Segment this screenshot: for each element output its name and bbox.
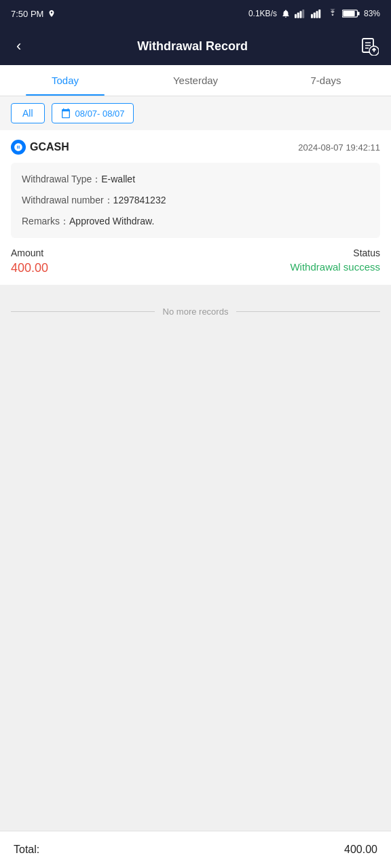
status-label: Status <box>290 248 380 258</box>
withdrawal-number-label: Withdrawal number： <box>22 195 113 205</box>
status-col: Status Withdrawal success <box>290 248 380 273</box>
tab-yesterday[interactable]: Yesterday <box>130 65 261 96</box>
brand-label: GCASH <box>11 140 69 155</box>
no-more-records: No more records <box>0 285 391 338</box>
gcash-icon <box>11 140 26 155</box>
upload-report-icon[interactable] <box>358 35 380 57</box>
back-button[interactable]: ‹ <box>11 35 26 58</box>
withdrawal-number-row: Withdrawal number：1297841232 <box>22 193 369 208</box>
amount-col: Amount 400.00 <box>11 248 48 275</box>
withdrawal-type-value: E-wallet <box>101 174 135 184</box>
withdrawal-type-row: Withdrawal Type：E-wallet <box>22 172 369 186</box>
remarks-value: Approved Withdraw. <box>69 216 154 226</box>
record-datetime: 2024-08-07 19:42:11 <box>298 142 380 153</box>
amount-label: Amount <box>11 248 48 258</box>
brand-name: GCASH <box>30 141 69 153</box>
detail-box: Withdrawal Type：E-wallet Withdrawal numb… <box>11 163 380 238</box>
svg-rect-10 <box>358 12 360 15</box>
withdrawal-number-value: 1297841232 <box>113 195 166 205</box>
time-display: 7:50 PM <box>11 9 43 19</box>
no-more-line-left <box>11 311 155 312</box>
svg-rect-7 <box>318 9 320 18</box>
all-filter-button[interactable]: All <box>11 103 45 123</box>
no-more-line-right <box>236 311 380 312</box>
amount-value: 400.00 <box>11 261 48 275</box>
date-range-label: 08/07- 08/07 <box>75 108 125 119</box>
svg-rect-9 <box>343 11 354 16</box>
signal2-icon <box>311 9 323 18</box>
main-content: GCASH 2024-08-07 19:42:11 Withdrawal Typ… <box>0 130 391 585</box>
alarm-icon <box>281 9 291 18</box>
svg-rect-5 <box>314 13 316 18</box>
amount-status-row: Amount 400.00 Status Withdrawal success <box>11 248 380 275</box>
remarks-row: Remarks：Approved Withdraw. <box>22 214 369 229</box>
status-bar: 7:50 PM 0.1KB/s <box>0 0 391 27</box>
svg-rect-6 <box>316 11 318 18</box>
wifi-icon <box>327 9 338 18</box>
svg-rect-0 <box>295 14 297 18</box>
no-more-text: No more records <box>163 307 229 317</box>
filter-bar: All 08/07- 08/07 <box>0 96 391 130</box>
status-left: 7:50 PM <box>11 9 56 19</box>
svg-rect-3 <box>302 9 304 18</box>
record-card: GCASH 2024-08-07 19:42:11 Withdrawal Typ… <box>0 130 391 285</box>
spacer <box>0 585 391 831</box>
location-icon <box>48 9 56 18</box>
withdrawal-type-label: Withdrawal Type： <box>22 174 101 184</box>
page-title: Withdrawal Record <box>137 39 248 54</box>
calendar-icon <box>60 108 71 119</box>
total-bar: Total: 400.00 <box>0 831 391 868</box>
status-value: Withdrawal success <box>290 261 380 273</box>
battery-icon <box>342 9 360 18</box>
svg-rect-1 <box>297 13 299 18</box>
status-right: 0.1KB/s 83% <box>248 9 380 18</box>
battery-percent: 83% <box>364 9 380 18</box>
svg-rect-4 <box>311 14 313 18</box>
tab-today[interactable]: Today <box>0 65 130 96</box>
total-label: Total: <box>14 844 39 856</box>
tab-bar: Today Yesterday 7-days <box>0 65 391 96</box>
svg-rect-2 <box>299 11 301 18</box>
record-header: GCASH 2024-08-07 19:42:11 <box>11 140 380 155</box>
total-amount: 400.00 <box>344 844 377 856</box>
remarks-label: Remarks： <box>22 216 69 226</box>
network-speed: 0.1KB/s <box>248 9 277 18</box>
signal-icon <box>295 9 307 18</box>
date-range-button[interactable]: 08/07- 08/07 <box>52 103 134 123</box>
app-header: ‹ Withdrawal Record <box>0 27 391 65</box>
tab-7days[interactable]: 7-days <box>261 65 391 96</box>
